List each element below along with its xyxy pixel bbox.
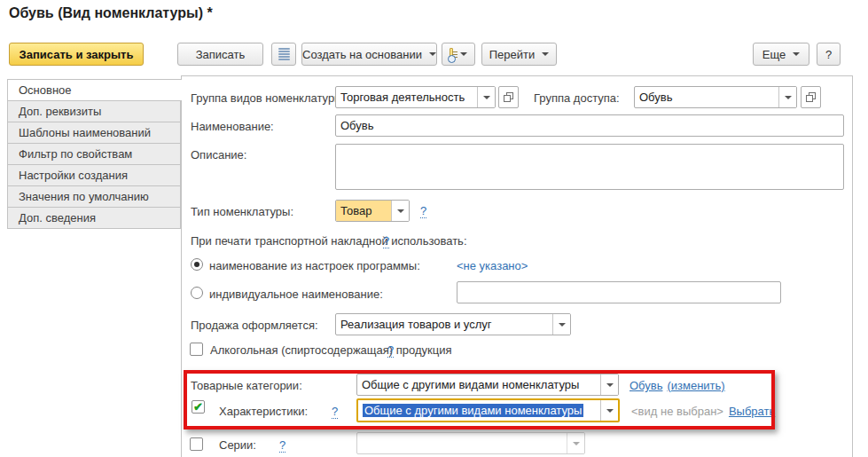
tab-main[interactable]: Основное: [7, 79, 182, 101]
document-clock-icon: [450, 48, 453, 61]
tab-label: Доп. сведения: [19, 211, 96, 225]
group-kinds-label: Группа видов номенклатуры:: [191, 91, 346, 105]
program-name-label: наименование из настроек программы:: [209, 259, 420, 272]
help-button[interactable]: ?: [817, 43, 841, 66]
characteristics-kind-hint: <вид не выбран>: [631, 405, 723, 418]
description-label: Описание:: [191, 148, 246, 162]
help-label: ?: [825, 48, 832, 61]
nomenclature-kind-window: Обувь (Вид номенклатуры) * Записать и за…: [0, 0, 868, 457]
create-based-on-button[interactable]: Создать на основании: [301, 43, 437, 66]
list-structure-icon: [278, 48, 290, 60]
series-value: [357, 433, 567, 453]
tab-name-templates[interactable]: Шаблоны наименований: [7, 122, 181, 144]
go-to-button[interactable]: Перейти: [481, 43, 557, 66]
chevron-down-icon[interactable]: [477, 87, 495, 107]
categories-value-link[interactable]: Обувь: [629, 379, 662, 392]
page-title: Обувь (Вид номенклатуры) *: [9, 5, 213, 21]
access-group-label: Группа доступа:: [534, 91, 620, 105]
chevron-down-icon[interactable]: [600, 374, 618, 395]
alcohol-label: Алкогольная (спиртосодержащая) продукция: [210, 343, 451, 357]
chevron-down-icon[interactable]: [600, 400, 618, 421]
type-label: Тип номенклатуры:: [191, 205, 293, 218]
individual-name-radio[interactable]: [191, 287, 203, 299]
alcohol-checkbox[interactable]: [190, 343, 203, 356]
chevron-down-icon[interactable]: [391, 201, 409, 221]
sale-label: Продажа оформляется:: [191, 319, 318, 332]
chevron-down-icon[interactable]: [567, 433, 584, 453]
tab-property-filter[interactable]: Фильтр по свойствам: [7, 143, 181, 165]
characteristics-label: Характеристики:: [219, 405, 308, 418]
series-help-link[interactable]: ?: [279, 438, 285, 453]
tab-additional-attributes[interactable]: Доп. реквизиты: [7, 100, 181, 122]
individual-name-label: индивидуальное наименование:: [209, 288, 383, 301]
categories-value: Общие с другими видами номенклатуры: [357, 374, 600, 395]
type-help-link[interactable]: ?: [420, 204, 426, 218]
create-based-on-label: Создать на основании: [302, 48, 422, 61]
sale-combobox[interactable]: Реализация товаров и услуг: [335, 313, 571, 335]
more-button[interactable]: Еще: [753, 43, 809, 66]
save-label: Записать: [196, 48, 246, 61]
alcohol-help-link[interactable]: ?: [387, 343, 394, 358]
waybill-help-link[interactable]: ?: [383, 234, 389, 248]
more-label: Еще: [762, 48, 786, 61]
name-input[interactable]: [335, 114, 844, 137]
chevron-down-icon[interactable]: [552, 314, 570, 335]
group-kinds-value: Торговая деятельность: [336, 87, 477, 107]
open-form-icon: [806, 92, 816, 102]
tab-label: Доп. реквизиты: [19, 105, 101, 118]
chevron-down-icon: [793, 52, 800, 56]
chevron-down-icon[interactable]: [778, 87, 796, 107]
tab-creation-settings[interactable]: Настройки создания: [7, 164, 181, 186]
save-and-close-button[interactable]: Записать и закрыть: [9, 43, 144, 66]
type-combobox[interactable]: Товар: [335, 200, 410, 222]
categories-combobox[interactable]: Общие с другими видами номенклатуры: [356, 374, 619, 396]
chevron-down-icon: [542, 52, 549, 56]
document-history-menu-button[interactable]: [442, 43, 475, 66]
chevron-down-icon: [429, 52, 436, 56]
series-combobox[interactable]: [356, 432, 585, 454]
open-form-icon: [504, 92, 513, 102]
series-label: Серии:: [219, 438, 256, 452]
series-checkbox[interactable]: [190, 437, 203, 451]
program-name-value-link[interactable]: <не указано>: [457, 259, 528, 272]
tab-label: Значения по умолчанию: [19, 190, 149, 203]
name-label: Наименование:: [191, 120, 274, 133]
save-button[interactable]: Записать: [177, 43, 263, 66]
characteristics-kind: <вид не выбран> Выбрать: [631, 405, 775, 418]
characteristics-combobox[interactable]: Общие с другими видами номенклатуры: [356, 398, 620, 422]
go-to-label: Перейти: [489, 48, 536, 61]
characteristics-value: Общие с другими видами номенклатуры: [363, 404, 583, 417]
save-and-close-label: Записать и закрыть: [20, 48, 134, 61]
type-value: Товар: [336, 201, 391, 221]
categories-label: Товарные категории:: [191, 379, 302, 392]
waybill-label: При печати транспортной накладной исполь…: [191, 234, 467, 248]
tab-label: Фильтр по свойствам: [19, 147, 132, 161]
individual-name-input[interactable]: [457, 281, 781, 303]
tab-label: Шаблоны наименований: [19, 126, 151, 139]
tab-additional-info[interactable]: Доп. сведения: [7, 207, 181, 229]
access-group-combobox[interactable]: Обувь: [634, 86, 797, 108]
group-kinds-open-button[interactable]: [498, 86, 519, 108]
categories-links: Обувь (изменить): [629, 379, 725, 392]
structure-button[interactable]: [271, 43, 296, 66]
program-name-radio[interactable]: [191, 258, 203, 271]
characteristics-help-link[interactable]: ?: [332, 405, 338, 419]
tab-default-values[interactable]: Значения по умолчанию: [7, 185, 181, 208]
characteristics-choose-link[interactable]: Выбрать: [729, 405, 775, 418]
tab-label: Настройки создания: [19, 169, 128, 182]
characteristics-checkbox[interactable]: [192, 400, 205, 414]
description-textarea[interactable]: [335, 144, 844, 190]
tab-label: Основное: [19, 83, 72, 97]
sale-value: Реализация товаров и услуг: [336, 314, 552, 335]
group-kinds-combobox[interactable]: Торговая деятельность: [335, 86, 496, 108]
categories-change-link[interactable]: (изменить): [667, 379, 724, 392]
access-group-value: Обувь: [635, 87, 778, 107]
chevron-down-icon: [460, 52, 467, 56]
access-group-open-button[interactable]: [801, 86, 821, 108]
